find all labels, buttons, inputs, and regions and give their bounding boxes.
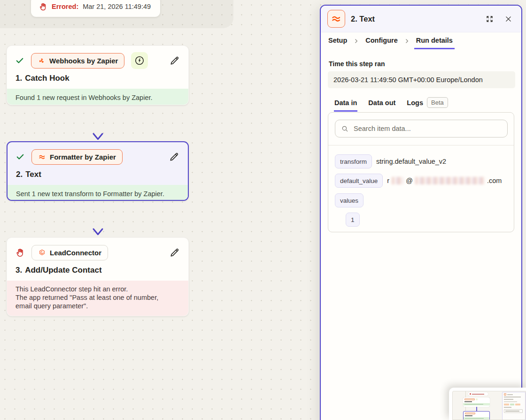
email-at: @ <box>406 177 413 184</box>
search-icon <box>341 125 349 133</box>
chevron-right-icon <box>404 32 410 49</box>
tab-data-in[interactable]: Data in <box>334 95 357 112</box>
step-name: Add/Update Contact <box>25 266 101 275</box>
panel-header: 2. Text <box>321 6 521 32</box>
errored-hand-icon <box>15 248 25 258</box>
beta-badge: Beta <box>427 97 448 108</box>
data-row-default-value: default_value r @ .com <box>335 174 502 188</box>
redacted-email-domain <box>415 177 485 184</box>
errored-hand-icon <box>39 2 47 11</box>
step-number: 1. <box>15 74 22 83</box>
tab-logs[interactable]: Logs Beta <box>406 95 448 112</box>
data-row-values-1: 1 <box>346 213 360 227</box>
leadconnector-app-icon <box>38 249 46 257</box>
key-chip-transform[interactable]: transform <box>335 154 372 168</box>
edit-pencil-icon <box>169 55 180 66</box>
app-pill-label: Webhooks by Zapier <box>49 57 118 65</box>
instant-trigger-bolt-icon <box>134 55 145 66</box>
step-title: 3.Add/Update Contact <box>15 266 180 275</box>
step-number: 2. <box>16 170 23 179</box>
email-prefix: r <box>387 177 389 184</box>
panel-app-icon-box <box>327 10 345 28</box>
formatter-app-icon <box>331 13 342 24</box>
app-pill-label: Formatter by Zapier <box>50 153 116 161</box>
app-pill-formatter[interactable]: Formatter by Zapier <box>31 149 123 165</box>
minimap[interactable] <box>449 388 526 420</box>
app-pill-leadconnector[interactable]: LeadConnector <box>31 245 108 260</box>
edit-pencil-icon <box>169 152 179 162</box>
breadcrumb-configure[interactable]: Configure <box>364 32 399 49</box>
instant-trigger-badge <box>131 52 148 69</box>
edit-pencil-icon <box>169 247 180 258</box>
step-status-message: Sent 1 new text transform to Formatter b… <box>8 185 188 201</box>
step-number: 3. <box>15 266 22 275</box>
panel-title: 2. Text <box>351 15 375 23</box>
connector-arrow-2 <box>92 202 104 237</box>
errored-timestamp: Mar 21, 2026 11:49:49 <box>83 3 151 10</box>
app-pill-label: LeadConnector <box>50 249 101 257</box>
key-chip-values[interactable]: values <box>335 193 364 207</box>
redacted-email-user <box>392 177 403 184</box>
success-check-icon <box>15 152 25 161</box>
data-row-transform: transform string.default_value_v2 <box>335 154 446 168</box>
minimap-step-1 <box>463 397 490 407</box>
edit-step-button[interactable] <box>168 246 180 259</box>
webhooks-app-icon <box>38 57 46 65</box>
step-error-message: This LeadConnector step hit an error. Th… <box>7 281 188 316</box>
step-card-text[interactable]: Formatter by Zapier 2.Text Sent 1 new te… <box>7 141 189 201</box>
expand-panel-button[interactable] <box>484 13 495 24</box>
minimap-step-2 <box>463 411 490 420</box>
time-ran-value: 2026-03-21 11:49:50 GMT+00:00 Europe/Lon… <box>328 71 515 88</box>
step-card-catch-hook[interactable]: Webhooks by Zapier 1.Catch Hook Found 1 … <box>7 46 189 105</box>
data-in-card: transform string.default_value_v2 defaul… <box>328 112 514 232</box>
errored-label: Errored: <box>52 3 78 10</box>
minimap-connector <box>476 407 477 411</box>
app-pill-webhooks[interactable]: Webhooks by Zapier <box>31 53 124 69</box>
panel-body: Time this step ran 2026-03-21 11:49:50 G… <box>321 50 521 420</box>
expand-panel-icon <box>485 15 494 23</box>
success-check-icon <box>15 56 24 65</box>
close-panel-button[interactable] <box>503 13 514 24</box>
data-tabs: Data in Data out Logs Beta <box>334 95 449 112</box>
step-details-panel: 2. Text Setup Configure Run details Time… <box>320 5 522 420</box>
breadcrumb-run-details[interactable]: Run details <box>414 32 455 49</box>
step-title: 1.Catch Hook <box>15 74 180 83</box>
card-divider <box>328 145 514 145</box>
minimap-panel <box>502 392 526 420</box>
chevron-right-icon <box>353 32 359 49</box>
step-name: Text <box>25 170 41 179</box>
search-item-data-input[interactable] <box>354 125 502 132</box>
search-box <box>335 120 508 137</box>
value-transform: string.default_value_v2 <box>376 158 446 165</box>
edit-step-button[interactable] <box>168 54 180 67</box>
step-name: Catch Hook <box>25 74 69 83</box>
time-ran-label: Time this step ran <box>329 60 385 68</box>
run-errored-banner[interactable]: Errored: Mar 21, 2026 11:49:49 <box>31 0 160 17</box>
breadcrumb-setup[interactable]: Setup <box>326 32 349 49</box>
edit-step-button[interactable] <box>168 151 180 163</box>
tab-data-out[interactable]: Data out <box>368 95 396 112</box>
minimap-canvas <box>452 391 526 420</box>
step-card-add-update-contact[interactable]: LeadConnector 3.Add/Update Contact This … <box>7 237 189 316</box>
minimap-errored-banner <box>468 392 488 396</box>
tab-logs-label: Logs <box>407 99 423 107</box>
formatter-app-icon <box>38 153 46 161</box>
connector-arrow-1 <box>92 107 104 141</box>
step-status-message: Found 1 new request in Webhooks by Zapie… <box>7 89 188 105</box>
email-suffix: .com <box>487 177 502 184</box>
data-row-values: values <box>335 193 364 207</box>
value-default-value: r @ .com <box>387 177 502 184</box>
panel-breadcrumb: Setup Configure Run details <box>321 32 521 49</box>
key-chip-default-value[interactable]: default_value <box>335 174 383 188</box>
step-title: 2.Text <box>16 170 180 179</box>
close-panel-icon <box>504 15 512 23</box>
key-chip-1[interactable]: 1 <box>346 213 360 227</box>
